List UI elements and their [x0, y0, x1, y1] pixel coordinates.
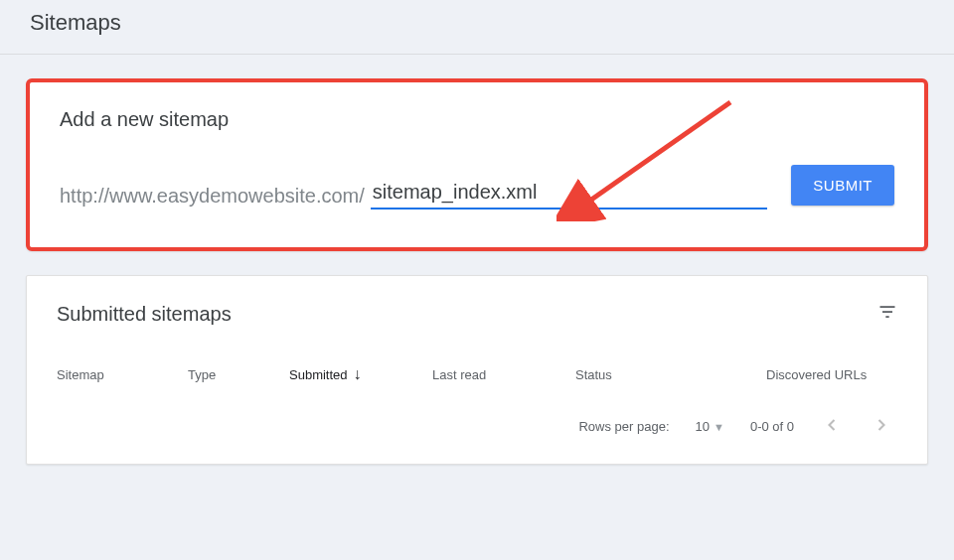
column-submitted-label: Submitted	[289, 367, 348, 382]
pagination-row: Rows per page: 10 ▼ 0-0 of 0	[57, 403, 897, 446]
column-submitted[interactable]: Submitted ↓	[289, 365, 432, 383]
prev-page-button[interactable]	[820, 411, 844, 442]
rows-per-page-select[interactable]: 10 ▼	[696, 419, 724, 434]
columns-header-row: Sitemap Type Submitted ↓ Last read Statu…	[57, 365, 897, 403]
submit-button[interactable]: SUBMIT	[791, 165, 894, 206]
page-title: Sitemaps	[30, 10, 924, 36]
submitted-heading: Submitted sitemaps	[57, 303, 232, 326]
svg-rect-4	[885, 316, 888, 318]
rows-per-page-label: Rows per page:	[578, 419, 669, 434]
column-status[interactable]: Status	[575, 367, 766, 382]
column-last-read[interactable]: Last read	[432, 367, 575, 382]
svg-rect-2	[880, 306, 895, 308]
chevron-down-icon: ▼	[714, 421, 724, 433]
url-prefix: http://www.easydemowebsite.com/	[60, 182, 365, 210]
column-sitemap[interactable]: Sitemap	[57, 367, 188, 382]
add-sitemap-heading: Add a new sitemap	[60, 108, 894, 131]
sitemap-url-input[interactable]	[371, 181, 768, 210]
chevron-left-icon	[822, 415, 842, 435]
submitted-sitemaps-card: Submitted sitemaps Sitemap Type Submitte…	[26, 275, 928, 465]
filter-icon[interactable]	[877, 302, 897, 326]
rows-per-page-value: 10	[696, 419, 710, 434]
next-page-button[interactable]	[870, 411, 893, 442]
add-sitemap-card: Add a new sitemap http://www.easydemoweb…	[26, 78, 928, 251]
column-type[interactable]: Type	[188, 367, 289, 382]
arrow-down-icon: ↓	[354, 365, 362, 383]
chevron-right-icon	[872, 415, 891, 435]
column-discovered[interactable]: Discovered URLs	[766, 367, 897, 382]
header-divider	[0, 54, 954, 55]
svg-rect-3	[882, 311, 892, 313]
pagination-range: 0-0 of 0	[750, 419, 794, 434]
